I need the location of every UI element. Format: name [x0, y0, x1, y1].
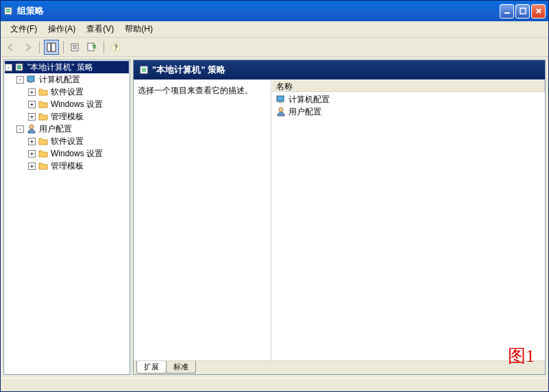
expand-icon[interactable]: +	[28, 101, 36, 108]
list-header: 名称	[271, 79, 545, 92]
tree-label: Windows 设置	[51, 99, 103, 110]
menu-file[interactable]: 文件(F)	[5, 22, 42, 36]
tree-label: 用户配置	[39, 123, 72, 135]
svg-point-18	[29, 125, 34, 129]
svg-rect-3	[504, 12, 510, 14]
window-title: 组策略	[17, 5, 500, 17]
svg-text:?: ?	[114, 44, 118, 51]
description-text: 选择一个项目来查看它的描述。	[138, 85, 267, 97]
folder-icon	[38, 136, 49, 147]
svg-rect-20	[142, 68, 146, 72]
tree-label: 软件设置	[51, 86, 84, 98]
collapse-icon[interactable]: -	[16, 125, 24, 133]
tree-label: 软件设置	[51, 136, 84, 147]
svg-rect-5	[47, 43, 51, 51]
tree-label: 管理模板	[51, 160, 84, 172]
toolbar-separator	[63, 41, 64, 53]
description-pane: 选择一个项目来查看它的描述。	[134, 79, 271, 360]
group-policy-window: 组策略 文件(F) 操作(A) 查看(V) 帮助(H)	[0, 0, 549, 392]
list-body: 计算机配置 用户配置	[271, 92, 545, 360]
folder-icon	[38, 148, 49, 159]
menu-help[interactable]: 帮助(H)	[119, 22, 158, 36]
folder-icon	[38, 160, 49, 171]
properties-button[interactable]	[68, 40, 83, 55]
tree-label: "本地计算机" 策略	[27, 62, 93, 73]
computer-icon	[276, 94, 286, 105]
svg-rect-1	[6, 9, 10, 10]
list-item-computer[interactable]: 计算机配置	[273, 93, 544, 106]
svg-rect-15	[17, 65, 21, 69]
toolbar-separator	[103, 41, 104, 53]
expand-icon[interactable]: +	[28, 88, 36, 96]
user-icon	[276, 106, 286, 117]
policy-icon	[14, 62, 25, 73]
tab-standard[interactable]: 标准	[166, 361, 196, 373]
svg-rect-8	[73, 45, 77, 46]
collapse-icon[interactable]: -	[5, 64, 12, 71]
detail-title: "本地计算机" 策略	[152, 64, 225, 76]
column-name-header[interactable]: 名称	[271, 79, 545, 91]
tree-item-user-software-settings[interactable]: + 软件设置	[28, 135, 129, 147]
svg-rect-6	[51, 43, 56, 51]
tree-label: 计算机配置	[39, 74, 80, 86]
titlebar: 组策略	[1, 1, 548, 21]
folder-icon	[38, 86, 49, 97]
list-item-label: 计算机配置	[289, 94, 330, 106]
content-area: - "本地计算机" 策略 -	[1, 57, 548, 378]
computer-icon	[26, 74, 37, 85]
statusbar	[1, 378, 548, 391]
svg-rect-17	[29, 82, 32, 83]
expand-icon[interactable]: +	[28, 113, 36, 121]
back-button[interactable]	[3, 40, 19, 55]
svg-rect-21	[277, 96, 284, 101]
tree-item-windows-settings[interactable]: + Windows 设置	[28, 98, 129, 110]
tree-root: - "本地计算机" 策略 -	[4, 60, 130, 173]
expand-icon[interactable]: +	[28, 138, 36, 145]
svg-rect-4	[520, 8, 526, 14]
tree-item-user-config[interactable]: - 用户配置	[16, 123, 129, 135]
toolbar: ?	[1, 38, 548, 57]
tree-panel: - "本地计算机" 策略 -	[3, 60, 130, 375]
show-hide-tree-button[interactable]	[44, 40, 59, 55]
policy-icon	[139, 64, 150, 75]
tree-item-user-windows-settings[interactable]: + Windows 设置	[28, 147, 129, 160]
folder-icon	[38, 111, 49, 122]
svg-rect-2	[6, 11, 10, 12]
help-button[interactable]: ?	[108, 40, 123, 55]
tree-item-local-policy[interactable]: - "本地计算机" 策略	[5, 61, 129, 73]
window-controls	[500, 4, 546, 19]
export-list-button[interactable]	[84, 40, 99, 55]
figure-label: 图1	[508, 344, 535, 368]
detail-header: "本地计算机" 策略	[134, 60, 545, 79]
list-pane: 名称 计算机配置 用户配置	[271, 79, 545, 360]
svg-point-23	[279, 108, 283, 112]
folder-icon	[38, 99, 49, 110]
tree-item-user-admin-templates[interactable]: + 管理模板	[28, 160, 129, 172]
svg-rect-9	[73, 47, 77, 47]
expand-icon[interactable]: +	[28, 162, 36, 170]
menu-action[interactable]: 操作(A)	[42, 22, 81, 36]
collapse-icon[interactable]: -	[16, 76, 24, 84]
forward-button[interactable]	[20, 40, 35, 55]
svg-rect-11	[88, 43, 94, 51]
detail-tabs: 扩展 标准	[134, 360, 545, 374]
list-item-label: 用户配置	[289, 106, 321, 118]
detail-content: 选择一个项目来查看它的描述。 名称 计算机配置	[134, 79, 545, 360]
expand-icon[interactable]: +	[28, 150, 36, 158]
tree-item-software-settings[interactable]: + 软件设置	[28, 86, 129, 98]
tree-label: Windows 设置	[51, 148, 103, 160]
tree-item-admin-templates[interactable]: + 管理模板	[28, 110, 129, 123]
tab-extended[interactable]: 扩展	[136, 361, 167, 373]
menubar: 文件(F) 操作(A) 查看(V) 帮助(H)	[1, 21, 548, 38]
tree-label: 管理模板	[51, 111, 84, 123]
svg-rect-16	[27, 76, 34, 82]
menu-view[interactable]: 查看(V)	[81, 22, 119, 36]
minimize-button[interactable]	[500, 4, 514, 19]
toolbar-separator	[39, 41, 40, 53]
tree-item-computer-config[interactable]: - 计算机配置	[16, 73, 129, 86]
close-button[interactable]	[531, 4, 546, 19]
list-item-user[interactable]: 用户配置	[273, 106, 544, 118]
user-icon	[26, 123, 37, 134]
app-icon	[3, 5, 14, 16]
maximize-button[interactable]	[515, 4, 530, 19]
